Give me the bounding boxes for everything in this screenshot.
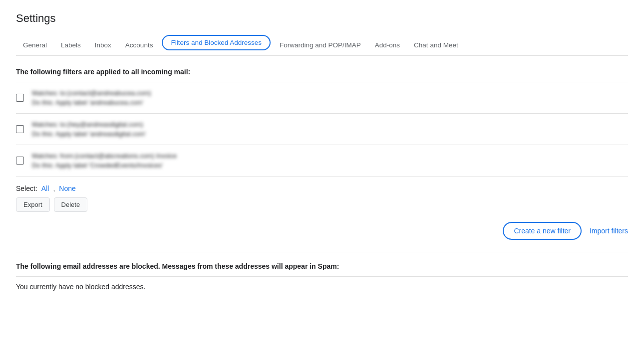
filter-actions: Export Delete bbox=[16, 197, 628, 212]
filter-action-3: Do this: Apply label 'CrowdedEvents/Invo… bbox=[32, 162, 177, 169]
filter-matches-1: Matches: to:(contact@andreabucea.com) bbox=[32, 89, 151, 97]
settings-nav: General Labels Inbox Accounts Filters an… bbox=[16, 35, 628, 56]
export-button[interactable]: Export bbox=[16, 197, 50, 212]
comma-separator: , bbox=[53, 184, 55, 192]
filter-checkbox-3[interactable] bbox=[16, 157, 24, 165]
section-divider bbox=[16, 252, 628, 252]
select-row: Select: All, None bbox=[16, 184, 628, 192]
page-title: Settings bbox=[16, 12, 628, 25]
create-filter-button[interactable]: Create a new filter bbox=[503, 222, 582, 240]
filter-checkbox-2[interactable] bbox=[16, 125, 24, 133]
import-filters-link[interactable]: Import filters bbox=[590, 227, 628, 235]
table-row: Matches: to:(contact@andreabucea.com) Do… bbox=[16, 82, 628, 114]
select-label: Select: bbox=[16, 184, 37, 192]
table-row: Matches: to:(hey@andreasdigital.com) Do … bbox=[16, 114, 628, 145]
filter-matches-3: Matches: from:(contact@abcreations.com) … bbox=[32, 152, 177, 160]
tab-filters[interactable]: Filters and Blocked Addresses bbox=[162, 35, 271, 50]
filter-checkbox-1[interactable] bbox=[16, 94, 24, 102]
tab-labels[interactable]: Labels bbox=[54, 36, 88, 54]
tab-addons[interactable]: Add-ons bbox=[368, 36, 407, 54]
filter-matches-2: Matches: to:(hey@andreasdigital.com) bbox=[32, 121, 146, 128]
create-filter-area: Create a new filter Import filters bbox=[16, 222, 628, 240]
no-blocked-message: You currently have no blocked addresses. bbox=[16, 277, 628, 297]
filter-list: Matches: to:(contact@andreabucea.com) Do… bbox=[16, 82, 628, 176]
filter-action-1: Do this: Apply label 'andreabucea.com' bbox=[32, 99, 151, 106]
tab-chat[interactable]: Chat and Meet bbox=[407, 36, 465, 54]
tab-forwarding[interactable]: Forwarding and POP/IMAP bbox=[273, 36, 368, 54]
filter-text-1: Matches: to:(contact@andreabucea.com) Do… bbox=[32, 89, 151, 106]
tab-inbox[interactable]: Inbox bbox=[88, 36, 118, 54]
filter-text-2: Matches: to:(hey@andreasdigital.com) Do … bbox=[32, 121, 146, 138]
filter-action-2: Do this: Apply label 'andreasdigital.com… bbox=[32, 130, 146, 138]
filters-section-title: The following filters are applied to all… bbox=[16, 68, 628, 76]
select-all-link[interactable]: All bbox=[41, 184, 49, 192]
table-row: Matches: from:(contact@abcreations.com) … bbox=[16, 145, 628, 176]
tab-general[interactable]: General bbox=[16, 36, 54, 54]
delete-button[interactable]: Delete bbox=[54, 197, 88, 212]
tab-accounts[interactable]: Accounts bbox=[118, 36, 160, 54]
blocked-section-title: The following email addresses are blocke… bbox=[16, 262, 628, 270]
filter-text-3: Matches: from:(contact@abcreations.com) … bbox=[32, 152, 177, 169]
select-none-link[interactable]: None bbox=[59, 184, 75, 192]
